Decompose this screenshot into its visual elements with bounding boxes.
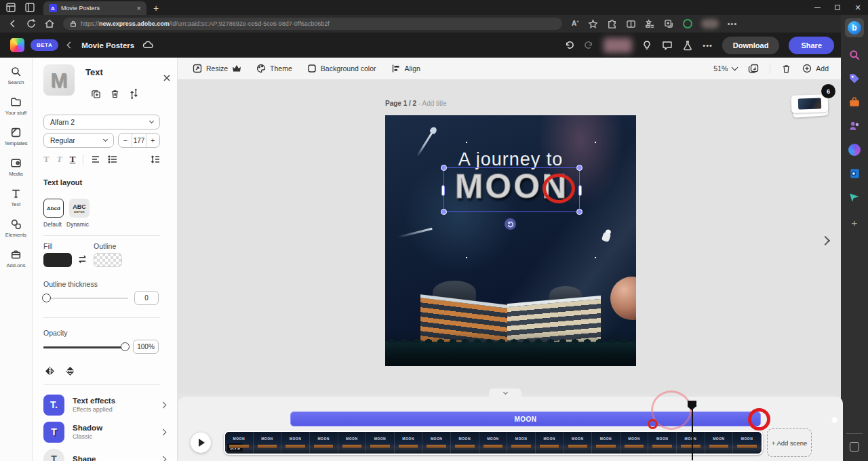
layout-default-button[interactable]: Abcd	[43, 199, 64, 218]
selected-layer-thumbnail[interactable]: M	[43, 64, 75, 96]
filmstrip-thumb[interactable]: MOON	[677, 432, 705, 454]
filmstrip-thumb[interactable]: MOON	[479, 432, 508, 454]
opacity-value[interactable]: 100%	[133, 340, 159, 354]
next-page-chevron[interactable]	[822, 235, 829, 247]
lightbulb-icon[interactable]	[642, 40, 652, 51]
maximize-button[interactable]	[827, 0, 848, 15]
filmstrip-thumb[interactable]: MOON	[592, 432, 620, 454]
refresh-icon[interactable]	[26, 18, 37, 29]
extensions-icon[interactable]	[607, 19, 617, 29]
more-options-icon[interactable]: •••	[703, 41, 713, 49]
font-size-value[interactable]: 177	[132, 134, 146, 147]
pages-stack-widget[interactable]: 6	[791, 91, 831, 119]
tab-close-icon[interactable]: ×	[137, 5, 141, 12]
share-button[interactable]: Share	[789, 37, 834, 54]
filmstrip[interactable]: MOON9.7sMOONMOONMOONMOONMOONMOONMOONMOON…	[224, 430, 763, 455]
font-family-select[interactable]: Alfarn 2	[43, 115, 160, 129]
filmstrip-thumb[interactable]: MOON9.7s	[225, 432, 254, 454]
bold-button[interactable]: T	[43, 154, 50, 165]
duplicate-page-icon[interactable]	[748, 63, 759, 74]
flip-vertical-icon[interactable]	[65, 366, 75, 376]
sidebar-settings-icon[interactable]	[850, 442, 859, 452]
filmstrip-thumb[interactable]: MOON	[507, 432, 536, 454]
home-icon[interactable]	[44, 18, 55, 29]
play-button[interactable]	[191, 433, 211, 453]
italic-button[interactable]: T	[57, 154, 62, 165]
canvas-area[interactable]: Page 1 / 2 - Add title A journey to MOON	[178, 80, 841, 393]
resize-button[interactable]: Resize	[193, 64, 241, 73]
selection-box[interactable]	[443, 167, 580, 212]
page-label[interactable]: Page 1 / 2 - Add title	[385, 100, 447, 107]
filmstrip-thumb[interactable]: MOON	[451, 432, 479, 454]
redo-icon[interactable]	[584, 40, 594, 50]
filmstrip-thumb[interactable]: MOON	[422, 432, 451, 454]
playhead-handle[interactable]	[688, 401, 696, 407]
new-tab-button[interactable]: +	[153, 3, 159, 14]
rotate-handle[interactable]	[505, 218, 516, 230]
vertical-tabs-icon[interactable]	[24, 2, 35, 13]
opacity-slider[interactable]	[43, 346, 126, 348]
browser-tab[interactable]: A Movie Posters ×	[43, 1, 146, 15]
font-size-decrease[interactable]: −	[119, 134, 132, 147]
add-button[interactable]: Add	[802, 64, 829, 73]
layout-dynamic-button[interactable]: ABCDEFGH	[69, 199, 90, 218]
document-title[interactable]: Movie Posters	[81, 41, 134, 49]
undo-icon[interactable]	[564, 40, 574, 50]
background-color-button[interactable]: Background color	[307, 64, 376, 73]
font-size-increase[interactable]: +	[146, 134, 159, 147]
line-spacing-icon[interactable]	[151, 155, 160, 164]
timeline-collapse-button[interactable]	[489, 388, 521, 397]
back-icon[interactable]	[7, 18, 18, 29]
filmstrip-thumb[interactable]: MOON	[366, 432, 395, 454]
fill-color-swatch[interactable]	[43, 253, 72, 267]
outline-color-swatch[interactable]	[94, 253, 122, 267]
filmstrip-thumb[interactable]: MOON	[648, 432, 677, 454]
text-effects-row[interactable]: T. Text effects Effects applied	[43, 391, 165, 418]
filmstrip-thumb[interactable]: MOON	[395, 432, 423, 454]
playhead-line[interactable]	[692, 403, 693, 460]
back-chevron-icon[interactable]	[67, 42, 74, 49]
designer-icon[interactable]	[848, 144, 861, 156]
profile-avatar-blurred[interactable]	[701, 19, 719, 28]
rail-item-add-ons[interactable]: Add-ons	[7, 249, 26, 268]
adobe-express-logo[interactable]	[10, 38, 24, 52]
shape-row[interactable]: T Shape	[43, 445, 165, 461]
sidebar-add-icon[interactable]: +	[852, 217, 858, 228]
outlook-icon[interactable]	[848, 167, 861, 180]
duplicate-icon[interactable]	[91, 89, 101, 99]
swap-fill-outline-icon[interactable]	[77, 254, 87, 264]
tab-groups-icon[interactable]	[664, 19, 674, 29]
align-button[interactable]: Align	[391, 64, 420, 73]
filmstrip-thumb[interactable]: MOON	[564, 432, 593, 454]
underline-button[interactable]: T	[70, 154, 76, 165]
selection-handle-se[interactable]	[576, 209, 583, 215]
people-icon[interactable]	[848, 120, 861, 132]
beaker-icon[interactable]	[682, 40, 693, 51]
collections-icon[interactable]	[645, 19, 655, 29]
flip-horizontal-icon[interactable]	[45, 366, 55, 376]
shopping-tag-icon[interactable]	[848, 73, 861, 85]
rail-item-text[interactable]: Text	[10, 188, 22, 207]
selection-handle-ne[interactable]	[576, 165, 583, 171]
selection-handle-nw[interactable]	[441, 165, 447, 171]
favorite-star-icon[interactable]	[588, 19, 598, 29]
delete-page-icon[interactable]	[781, 64, 791, 74]
filmstrip-thumb[interactable]: MOON	[254, 432, 282, 454]
filmstrip-thumb[interactable]: MOON	[338, 432, 367, 454]
filmstrip-thumb[interactable]: MOON	[281, 432, 310, 454]
align-text-icon[interactable]	[91, 155, 100, 164]
rail-item-search[interactable]: Search	[8, 66, 24, 85]
filmstrip-thumb[interactable]: MOON	[536, 432, 564, 454]
poster-page[interactable]: A journey to MOON	[385, 115, 636, 366]
browser-essentials-icon[interactable]	[683, 19, 692, 28]
filmstrip-thumb[interactable]: MOON	[705, 432, 734, 454]
zoom-select[interactable]: 51%	[713, 64, 737, 73]
download-button[interactable]: Download	[722, 37, 780, 54]
url-bar[interactable]: https://new.express.adobe.com/id/urn:aai…	[63, 18, 562, 30]
comment-icon[interactable]	[662, 40, 673, 51]
selection-handle-e[interactable]	[578, 185, 582, 196]
drop-game-icon[interactable]	[848, 191, 861, 203]
reorder-layers-icon[interactable]	[129, 89, 139, 99]
rail-item-elements[interactable]: Elements	[5, 218, 26, 238]
filmstrip-thumb[interactable]: MOON	[733, 432, 762, 454]
